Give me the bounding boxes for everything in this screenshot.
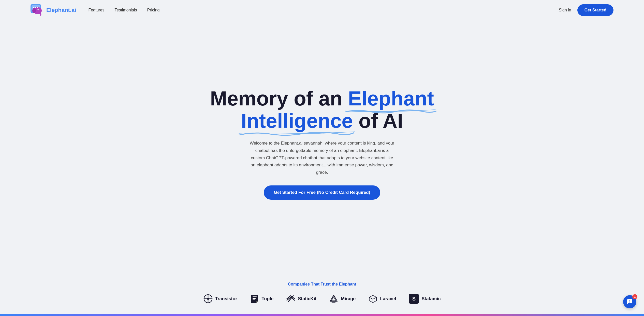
footer-gradient-bar <box>0 314 644 316</box>
list-item: Tuple <box>250 294 274 303</box>
navbar: Elephant.ai Features Testimonials Pricin… <box>0 0 644 20</box>
mirage-label: Mirage <box>341 296 356 302</box>
hero-subtitle: Welcome to the Elephant.ai savannah, whe… <box>248 140 396 176</box>
nav-actions: Sign in Get Started <box>559 4 613 16</box>
statamic-icon: S <box>409 294 419 304</box>
nav-testimonials[interactable]: Testimonials <box>115 8 137 12</box>
svg-point-6 <box>33 7 34 8</box>
hero-title: Memory of an Elephant Intelligence of AI <box>210 87 434 132</box>
sign-in-button[interactable]: Sign in <box>559 8 571 12</box>
elephant-logo-icon <box>31 4 44 17</box>
transistor-label: Transistor <box>215 296 237 302</box>
statickit-label: StaticKit <box>298 296 316 302</box>
statickit-icon <box>286 294 295 303</box>
svg-point-7 <box>35 7 36 8</box>
transistor-icon <box>203 294 213 303</box>
companies-title: Companies That Trust the Elephant <box>5 282 639 287</box>
get-started-nav-button[interactable]: Get Started <box>577 4 613 16</box>
hero-elephant-highlight: Elephant <box>348 87 434 110</box>
hero-section: Memory of an Elephant Intelligence of AI… <box>0 20 644 277</box>
list-item: Mirage <box>329 294 356 303</box>
logo-text: Elephant.ai <box>46 7 76 13</box>
hero-intelligence-highlight: Intelligence <box>241 110 353 132</box>
list-item: Laravel <box>368 294 396 303</box>
laravel-icon <box>368 294 377 303</box>
svg-point-8 <box>37 7 38 8</box>
companies-list: Transistor Tuple <box>5 294 639 304</box>
chat-badge: 1 <box>632 294 637 299</box>
nav-links: Features Testimonials Pricing <box>88 8 159 12</box>
svg-rect-15 <box>253 299 255 300</box>
nav-pricing[interactable]: Pricing <box>147 8 160 12</box>
svg-point-5 <box>38 9 38 10</box>
svg-rect-14 <box>253 298 256 299</box>
laravel-label: Laravel <box>380 296 396 302</box>
list-item: StaticKit <box>286 294 316 303</box>
svg-rect-13 <box>253 296 257 297</box>
hero-cta-button[interactable]: Get Started For Free (No Credit Card Req… <box>264 185 380 200</box>
svg-point-3 <box>32 8 36 13</box>
nav-features[interactable]: Features <box>88 8 104 12</box>
chat-icon <box>627 299 633 305</box>
elephant-underline-svg <box>344 108 438 114</box>
tuple-label: Tuple <box>262 296 274 302</box>
tuple-icon <box>250 294 259 303</box>
list-item: S Statamic <box>409 294 441 304</box>
logo[interactable]: Elephant.ai <box>31 4 76 17</box>
chat-widget[interactable]: 1 <box>623 295 636 308</box>
svg-point-12 <box>207 298 209 300</box>
intelligence-underline-svg <box>238 130 355 137</box>
list-item: Transistor <box>203 294 237 303</box>
mirage-icon <box>329 294 338 303</box>
companies-section: Companies That Trust the Elephant Transi… <box>0 277 644 314</box>
statamic-label: Statamic <box>421 296 441 302</box>
